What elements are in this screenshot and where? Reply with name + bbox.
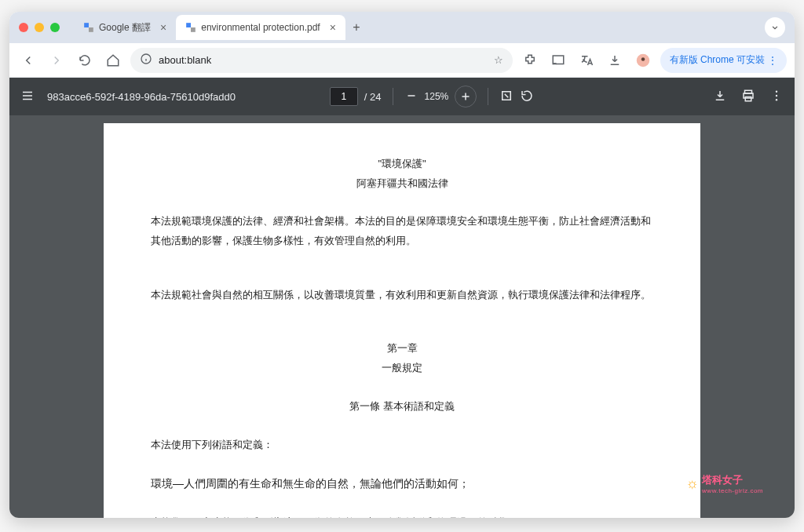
page-total: / 24: [364, 91, 382, 103]
doc-subtitle: 阿塞拜疆共和國法律: [151, 174, 653, 194]
chapter-subheading: 一般規定: [151, 359, 653, 378]
article-heading: 第一條 基本術語和定義: [151, 397, 653, 417]
site-info-icon[interactable]: [140, 53, 152, 67]
menu-dots-icon: ⋮: [768, 55, 777, 66]
page-input[interactable]: 1: [330, 87, 358, 106]
svg-point-9: [641, 57, 645, 61]
tabs-dropdown[interactable]: [765, 17, 785, 38]
zoom-out[interactable]: [404, 89, 418, 105]
print-icon[interactable]: [741, 89, 755, 105]
home-button[interactable]: [102, 49, 124, 71]
chrome-update-chip[interactable]: 有新版 Chrome 可安裝 ⋮: [660, 48, 787, 73]
fit-page-icon[interactable]: [499, 89, 513, 105]
forward-button[interactable]: [46, 49, 68, 71]
svg-rect-0: [84, 23, 89, 27]
definition: 生態學—研究生態平衡和影響這種平衡的自然因素、人類活動和物理過程的科學；: [151, 513, 653, 518]
pdf-page: "環境保護" 阿塞拜疆共和國法律 本法規範環境保護的法律、經濟和社會架構。本法的…: [104, 123, 700, 518]
close-icon[interactable]: ×: [160, 21, 166, 34]
translate-icon: [83, 22, 94, 33]
tab-label: environmental protection.pdf: [201, 22, 320, 33]
watermark: ☼ 塔科女子 www.tech-girlz.com: [686, 473, 763, 494]
svg-rect-7: [553, 56, 564, 64]
bookmark-icon[interactable]: ☆: [494, 54, 503, 66]
download-pdf-icon[interactable]: [713, 89, 727, 105]
address-bar: about:blank ☆ 有新版 Chrome 可安裝 ⋮: [9, 43, 795, 78]
pdf-icon: [185, 22, 196, 33]
paragraph: 本法規範環境保護的法律、經濟和社會架構。本法的目的是保障環境安全和環境生態平衡，…: [151, 212, 653, 250]
svg-rect-2: [186, 23, 191, 27]
url-field[interactable]: about:blank ☆: [130, 48, 513, 73]
extension-icon[interactable]: [519, 49, 541, 71]
cast-icon[interactable]: [547, 49, 569, 71]
svg-point-16: [776, 99, 777, 100]
paragraph: 本法規範社會與自然的相互關係，以改善環境質量，有效利用和更新自然資源，執行環境保…: [151, 286, 653, 305]
paragraph: 本法使用下列術語和定義：: [151, 435, 653, 455]
rotate-icon[interactable]: [520, 89, 534, 105]
svg-rect-1: [89, 27, 93, 32]
pdf-toolbar: 983acce6-592f-4189-96da-75610d9fadd0 1 /…: [9, 78, 795, 115]
svg-rect-3: [191, 27, 196, 32]
minimize-window[interactable]: [35, 23, 44, 32]
sun-icon: ☼: [686, 476, 700, 492]
definition: 環境—人們周圍的有生命和無生命的自然，無論他們的活動如何；: [151, 473, 653, 494]
chapter-heading: 第一章: [151, 339, 653, 359]
profile-avatar[interactable]: [632, 49, 654, 71]
svg-point-14: [776, 90, 777, 92]
menu-icon[interactable]: [20, 89, 38, 105]
close-icon[interactable]: ×: [330, 21, 336, 34]
tab-pdf[interactable]: environmental protection.pdf ×: [176, 15, 345, 40]
pdf-viewport[interactable]: "環境保護" 阿塞拜疆共和國法律 本法規範環境保護的法律、經濟和社會架構。本法的…: [9, 115, 795, 518]
back-button[interactable]: [17, 49, 39, 71]
url-text: about:blank: [159, 54, 211, 66]
maximize-window[interactable]: [50, 23, 60, 32]
doc-title: "環境保護": [151, 155, 653, 174]
zoom-in[interactable]: [455, 86, 477, 107]
pdf-title: 983acce6-592f-4189-96da-75610d9fadd0: [47, 91, 236, 103]
close-window[interactable]: [19, 23, 28, 32]
more-icon[interactable]: [769, 89, 784, 105]
window-controls: [19, 23, 60, 32]
new-tab-button[interactable]: +: [345, 16, 367, 38]
tab-google-translate[interactable]: Google 翻譯 ×: [74, 15, 176, 40]
zoom-level: 125%: [425, 91, 449, 102]
reload-button[interactable]: [74, 49, 96, 71]
browser-tab-strip: Google 翻譯 × environmental protection.pdf…: [9, 12, 795, 43]
download-icon[interactable]: [604, 49, 626, 71]
translate-ext-icon[interactable]: [576, 49, 598, 71]
svg-point-15: [776, 94, 777, 96]
tab-label: Google 翻譯: [99, 21, 151, 35]
